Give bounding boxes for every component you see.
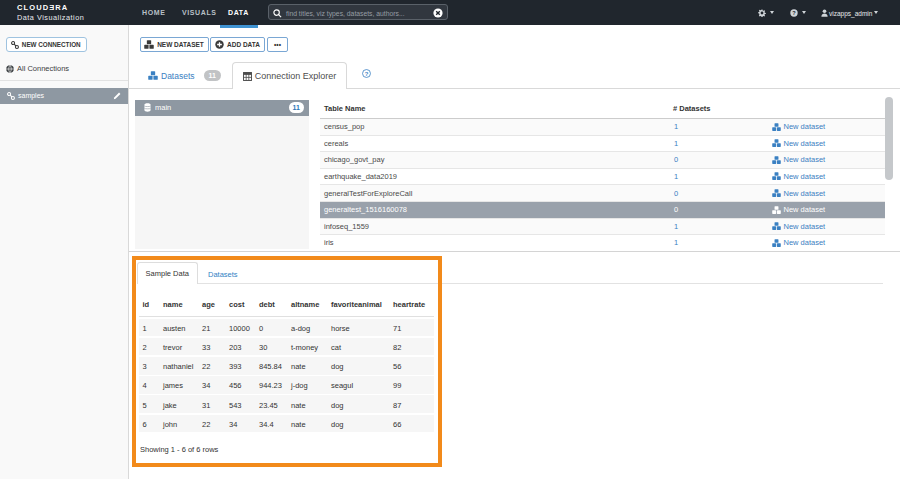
svg-text:?: ? [365, 70, 369, 76]
svg-text:?: ? [792, 10, 796, 16]
